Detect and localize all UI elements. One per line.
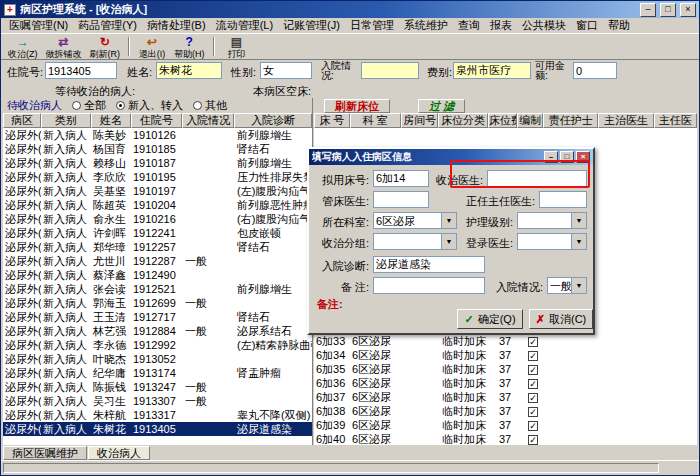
dept-select[interactable]: 6区泌尿 ▼ xyxy=(373,212,457,229)
patient-row[interactable]: 泌尿外(6) 新入病人 陈超英 1910204 前列腺恶性肿瘤 xyxy=(3,198,312,212)
column-header-dept[interactable]: 科 室 xyxy=(350,113,401,128)
patient-row[interactable]: 泌尿外(6) 新入病人 吴基坚 1910197 (左)腹股沟疝气 xyxy=(3,184,312,198)
menu-item[interactable]: 记账管理(J) xyxy=(278,18,345,33)
menu-item[interactable]: 窗口 xyxy=(571,18,603,33)
bed-row[interactable]: 6加38 6区泌尿 临时加床 37 xyxy=(314,404,697,418)
cell-assigned[interactable] xyxy=(520,418,546,432)
column-header-type[interactable]: 类别 xyxy=(41,113,91,128)
bed-row[interactable]: 6加40 6区泌尿 临时加床 37 xyxy=(314,432,697,445)
patient-row[interactable]: 泌尿外(6) 新入病人 郭海玉 1912699 一般 xyxy=(3,296,312,310)
patient-row[interactable]: 泌尿外(6) 新入病人 王玉清 1912717 肾结石 xyxy=(3,310,312,324)
bed-row[interactable]: 6加37 6区泌尿 临时加床 37 xyxy=(314,390,697,404)
bed-row[interactable]: 6加34 6区泌尿 临时加床 37 xyxy=(314,348,697,362)
login-doctor-select[interactable]: ▼ xyxy=(517,233,587,250)
chief-doctor-input[interactable] xyxy=(539,191,587,208)
close-button[interactable]: × xyxy=(680,3,696,17)
patient-row[interactable]: 泌尿外(6) 新入病人 林艺强 1912884 一般 泌尿系结石 xyxy=(3,324,312,338)
cancel-button[interactable]: ✗ 取消(C) xyxy=(529,309,593,329)
column-header-room[interactable]: 房间号 xyxy=(401,113,439,128)
filter-radio[interactable]: 全部 xyxy=(72,98,106,113)
chevron-down-icon[interactable]: ▼ xyxy=(571,278,586,293)
assigned-checkbox[interactable] xyxy=(528,365,538,375)
column-header-assigned[interactable]: 编制 xyxy=(517,113,543,128)
menu-item[interactable]: 病情处理(B) xyxy=(142,18,211,33)
admit-button[interactable]: → 收治(Z) xyxy=(4,34,42,59)
dialog-condition-select[interactable]: 一般 ▼ xyxy=(547,277,587,294)
patient-row[interactable]: 泌尿外(6) 新入病人 尤世川 1912287 一般 xyxy=(3,254,312,268)
cell-assigned[interactable] xyxy=(520,348,546,362)
patient-row[interactable]: 泌尿外(6) 新入病人 赖移山 1910187 前列腺增生 xyxy=(3,156,312,170)
filter-beds-button[interactable]: 过 滤 xyxy=(418,99,465,113)
patient-row[interactable]: 泌尿外(6) 新入病人 张会读 1912521 前列腺增生 xyxy=(3,282,312,296)
assigned-checkbox[interactable] xyxy=(528,393,538,403)
patient-row[interactable]: 泌尿外(6) 新入病人 纪华庸 1913174 肾盂肿瘤 xyxy=(3,366,312,380)
nursing-level-select[interactable]: ▼ xyxy=(517,212,587,229)
patient-row[interactable]: 泌尿外(6) 新入病人 杨国育 1910185 肾结石 xyxy=(3,142,312,156)
column-header-nurse[interactable]: 责任护士 xyxy=(543,113,598,128)
cell-assigned[interactable] xyxy=(520,362,546,376)
patient-row[interactable]: 泌尿外(6) 新入病人 蔡泽鑫 1912490 xyxy=(3,268,312,282)
assigned-checkbox[interactable] xyxy=(528,435,538,445)
column-header-doctor[interactable]: 主治医生 xyxy=(598,113,653,128)
chevron-down-icon[interactable]: ▼ xyxy=(571,234,586,249)
bottom-tab[interactable]: 病区医嘱维护 xyxy=(3,446,87,460)
bottom-tab[interactable]: 收治病人 xyxy=(88,446,150,460)
ward-doctor-input[interactable] xyxy=(373,191,429,208)
chevron-down-icon[interactable]: ▼ xyxy=(571,213,586,228)
cell-assigned[interactable] xyxy=(520,432,546,445)
minimize-button[interactable]: – xyxy=(640,3,656,17)
bed-row[interactable]: 6加36 6区泌尿 临时加床 37 xyxy=(314,376,697,390)
menu-item[interactable]: 查询 xyxy=(453,18,485,33)
patient-row[interactable]: 泌尿外(6) 新入病人 许剑晖 1912241 包皮嵌顿 xyxy=(3,226,312,240)
fee-type-input[interactable] xyxy=(453,62,531,79)
help-button[interactable]: ? 帮助(H) xyxy=(170,34,209,59)
bed-row[interactable]: 6加39 6区泌尿 临时加床 37 xyxy=(314,418,697,432)
patient-row[interactable]: 泌尿外(6) 新入病人 陈美妙 1910126 前列腺增生 xyxy=(3,128,312,142)
patient-row[interactable]: 泌尿外(6) 新入病人 陈振钱 1913247 一般 xyxy=(3,380,312,394)
print-button[interactable]: ▤ 打印 xyxy=(219,34,255,59)
patient-row[interactable]: 泌尿外(6) 新入病人 李永德 1912992 (左)精索静脉曲张 xyxy=(3,338,312,352)
column-header-chief[interactable]: 主任医 xyxy=(654,113,697,128)
refresh-button[interactable]: ↻ 刷新(R) xyxy=(86,34,125,59)
patient-row[interactable]: 泌尿外(6) 新入病人 吴习生 1913307 一般 xyxy=(3,394,312,408)
assigned-checkbox[interactable] xyxy=(528,379,538,389)
bed-row[interactable]: 6加33 6区泌尿 临时加床 37 xyxy=(314,334,697,348)
name-input[interactable] xyxy=(156,62,222,79)
patient-row[interactable]: 泌尿外(6) 新入病人 李欣欣 1910195 压力性排尿失禁 xyxy=(3,170,312,184)
column-header-id[interactable]: 住院号 xyxy=(131,113,183,128)
assigned-checkbox[interactable] xyxy=(528,337,538,347)
column-header-diagnosis[interactable]: 入院诊断 xyxy=(234,113,312,128)
patient-row[interactable]: 泌尿外(6) 新入病人 朱梓航 1913317 睾丸不降(双侧) xyxy=(3,408,312,422)
admission-no-input[interactable] xyxy=(45,62,117,79)
maximize-button[interactable]: □ xyxy=(660,3,676,17)
modify-bed-button[interactable]: ⇄ 做拆铺改 xyxy=(42,34,86,59)
diagnosis-input[interactable] xyxy=(373,256,485,273)
patient-row[interactable]: 泌尿外(6) 新入病人 郑华璋 1912257 肾结石 xyxy=(3,240,312,254)
filter-radio[interactable]: 其他 xyxy=(193,98,227,113)
filter-radio[interactable]: 新入、转入 xyxy=(116,98,183,113)
menu-item[interactable]: 报表 xyxy=(485,18,517,33)
bed-row[interactable]: 6加35 6区泌尿 临时加床 37 xyxy=(314,362,697,376)
cell-assigned[interactable] xyxy=(520,334,546,348)
column-header-name[interactable]: 姓名 xyxy=(91,113,131,128)
column-header-ward[interactable]: 病区 xyxy=(3,113,41,128)
bed-no-input[interactable] xyxy=(373,170,429,187)
note-input[interactable] xyxy=(373,277,485,294)
menu-item[interactable]: 药品管理(Y) xyxy=(73,18,142,33)
admit-group-select[interactable]: ▼ xyxy=(373,233,457,250)
chevron-down-icon[interactable]: ▼ xyxy=(441,213,456,228)
refresh-beds-button[interactable]: 刷新床位 xyxy=(324,99,390,113)
menu-item[interactable]: 医嘱管理(N) xyxy=(4,18,73,33)
exit-button[interactable]: ↩ 退出(I) xyxy=(134,34,170,59)
cell-assigned[interactable] xyxy=(520,404,546,418)
assigned-checkbox[interactable] xyxy=(528,351,538,361)
patient-row[interactable]: 泌尿外(6) 新入病人 俞永生 1910216 (右)腹股沟疝气 xyxy=(3,212,312,226)
column-header-bed-fee[interactable]: 床位费 xyxy=(488,113,518,128)
column-header-bed[interactable]: 床 号 xyxy=(314,113,350,128)
menu-item[interactable]: 流动管理(L) xyxy=(211,18,278,33)
condition-input[interactable] xyxy=(361,62,419,79)
assigned-checkbox[interactable] xyxy=(528,421,538,431)
gender-input[interactable] xyxy=(260,62,312,79)
menu-item[interactable]: 系统维护 xyxy=(399,18,453,33)
patient-row[interactable]: 泌尿外(6) 新入病人 叶晓杰 1913052 xyxy=(3,352,312,366)
